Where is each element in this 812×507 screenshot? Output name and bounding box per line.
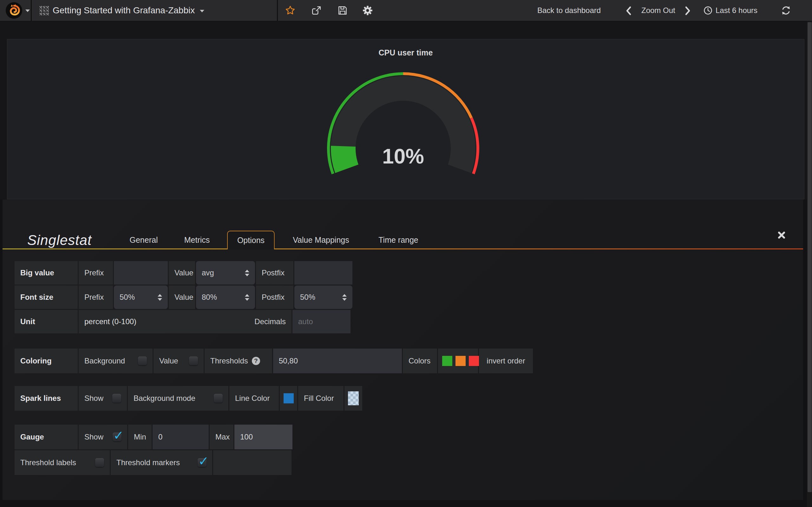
threshold-toggles-row: Threshold labels Threshold markers	[14, 450, 293, 475]
tab-options[interactable]: Options	[227, 231, 275, 249]
threshold-markers-label: Threshold markers	[116, 458, 180, 467]
select-arrows-icon	[158, 294, 162, 301]
gauge-table: Gauge Show Min Max Threshold labels Thre…	[14, 425, 293, 475]
tab-underline	[3, 248, 803, 249]
coloring-row: Coloring Background Value Thresholds Col…	[14, 349, 533, 373]
tab-time-range[interactable]: Time range	[369, 231, 428, 248]
background-toggle-cell: Background	[79, 349, 153, 373]
dashboard-title: Getting Started with Grafana-Zabbix	[53, 5, 195, 15]
invert-order-link[interactable]: invert order	[479, 349, 533, 373]
color-swatches-cell	[438, 349, 478, 373]
time-range-picker[interactable]: Last 6 hours	[716, 0, 757, 21]
select-arrows-icon	[342, 294, 347, 301]
refresh-icon[interactable]	[780, 5, 792, 16]
sparkline-show-checkbox[interactable]	[112, 394, 121, 403]
coloring-table: Coloring Background Value Thresholds Col…	[14, 349, 533, 373]
decimals-input[interactable]	[293, 310, 351, 333]
dashboard-title-caret-icon	[200, 10, 204, 12]
font-size-row: Font size Prefix 50% Value 80% Postfix 5…	[14, 285, 352, 309]
panel-title[interactable]: CPU user time	[7, 48, 804, 57]
logo-menu-caret-icon[interactable]	[26, 9, 30, 12]
zoom-out-button[interactable]: Zoom Out	[641, 0, 675, 21]
select-arrows-icon	[245, 270, 249, 276]
max-label: Max	[210, 425, 234, 449]
close-editor-button[interactable]	[776, 230, 786, 240]
time-shift-left-button[interactable]	[623, 5, 635, 16]
decimals-input-cell	[293, 310, 351, 333]
tab-metrics[interactable]: Metrics	[175, 231, 219, 248]
coloring-label: Coloring	[14, 349, 78, 373]
postfix-size-select[interactable]: 50%	[294, 285, 352, 309]
threshold-labels-cell: Threshold labels	[14, 450, 110, 475]
unit-dropdown[interactable]: percent (0-100)	[84, 317, 136, 326]
spark-lines-label: Spark lines	[14, 386, 78, 411]
show-label: Show	[84, 394, 103, 403]
gauge-show-checkbox[interactable]	[113, 433, 121, 441]
line-color-label: Line Color	[229, 386, 279, 411]
min-label: Min	[128, 425, 152, 449]
thresholds-input[interactable]	[273, 349, 402, 373]
show-label: Show	[84, 433, 103, 441]
postfix-input-cell	[294, 261, 352, 285]
top-navbar: Getting Started with Grafana-Zabbix /*te…	[0, 0, 812, 21]
navbar-divider	[277, 0, 278, 21]
threshold-labels-checkbox[interactable]	[95, 458, 104, 467]
clock-icon[interactable]	[702, 5, 714, 16]
help-icon[interactable]	[252, 357, 260, 365]
star-favorite-button[interactable]	[285, 5, 296, 16]
value-size-select[interactable]: 80%	[196, 285, 255, 309]
gauge-max-input[interactable]	[235, 425, 293, 449]
big-value-postfix-input[interactable]	[294, 261, 352, 285]
unit-cell: percent (0-100) Decimals	[79, 310, 292, 333]
big-value-label: Big value	[14, 261, 78, 285]
dashboard-grid-icon	[40, 6, 49, 15]
big-value-prefix-input[interactable]	[114, 261, 168, 285]
save-button[interactable]	[337, 5, 348, 16]
threshold-labels-label: Threshold labels	[20, 458, 76, 467]
prefix-size-select[interactable]: 50%	[114, 285, 168, 309]
value-label: Value	[169, 261, 195, 285]
prefix-input-cell	[114, 261, 168, 285]
time-shift-right-button[interactable]	[682, 5, 693, 16]
colors-label: Colors	[403, 349, 437, 373]
background-checkbox[interactable]	[138, 356, 147, 365]
dashboard-title-dropdown[interactable]: Getting Started with Grafana-Zabbix	[53, 0, 204, 21]
grafana-logo-icon[interactable]	[5, 2, 23, 19]
tab-value-mappings[interactable]: Value Mappings	[283, 231, 358, 248]
scrollbar-thumb[interactable]	[808, 22, 812, 492]
background-mode-label: Background mode	[134, 394, 195, 403]
decimals-label: Decimals	[254, 317, 286, 326]
value-toggle-cell: Value	[154, 349, 204, 373]
settings-gear-icon[interactable]: /*teeth built below*/	[362, 5, 373, 16]
value-options-table: Big value Prefix Value avg Postfix Font …	[14, 261, 352, 333]
postfix-size-selected: 50%	[300, 293, 315, 302]
select-arrows-icon	[245, 294, 249, 301]
fill-color-swatch[interactable]	[348, 391, 359, 405]
unit-row: Unit percent (0-100) Decimals	[14, 310, 352, 333]
value-checkbox[interactable]	[189, 356, 198, 365]
panel-type-label: Singlestat	[27, 232, 92, 248]
max-input-cell	[235, 425, 293, 449]
threshold-color-swatch-green[interactable]	[442, 356, 452, 366]
threshold-color-swatch-red[interactable]	[469, 356, 479, 366]
show-toggle-cell: Show	[79, 386, 127, 411]
navbar-divider	[31, 0, 32, 21]
tab-general[interactable]: General	[120, 231, 167, 248]
line-color-swatch[interactable]	[284, 393, 294, 403]
back-to-dashboard-button[interactable]: Back to dashboard	[537, 0, 601, 21]
share-button[interactable]	[310, 5, 322, 16]
value-stat-selected: avg	[202, 268, 214, 277]
value-size-selected: 80%	[202, 293, 217, 302]
threshold-color-swatch-orange[interactable]	[455, 356, 466, 366]
threshold-markers-cell: Threshold markers	[111, 450, 212, 475]
spark-lines-table: Spark lines Show Background mode Line Co…	[14, 386, 362, 411]
threshold-markers-checkbox[interactable]	[198, 458, 206, 467]
cpu-user-time-panel[interactable]: CPU user time 10%	[7, 39, 804, 199]
postfix-label: Postfix	[256, 261, 293, 285]
gauge-show-cell: Show	[79, 425, 127, 449]
background-mode-checkbox[interactable]	[214, 394, 223, 403]
gauge-label: Gauge	[14, 425, 78, 449]
min-input-cell	[153, 425, 209, 449]
value-stat-select[interactable]: avg	[196, 261, 255, 285]
gauge-min-input[interactable]	[153, 425, 209, 449]
